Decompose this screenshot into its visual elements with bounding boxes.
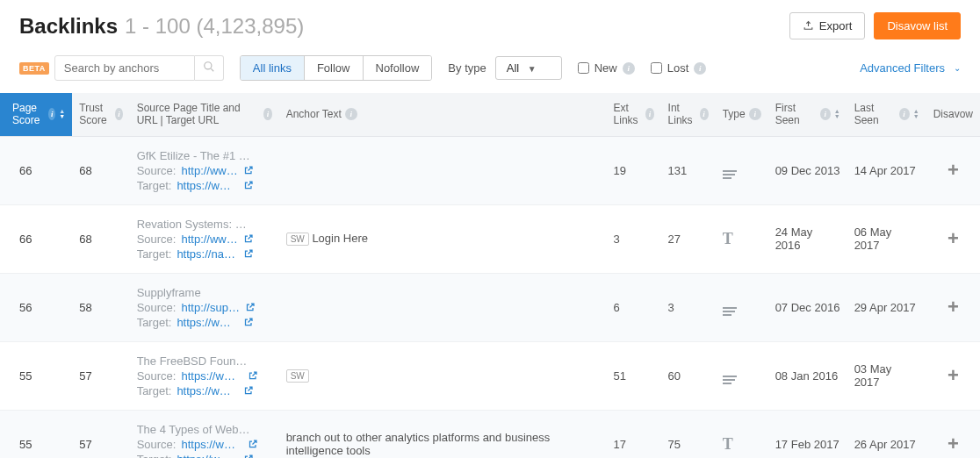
disavow-list-button[interactable]: Disavow list bbox=[874, 12, 961, 39]
advanced-filters-link[interactable]: Advanced Filters ⌄ bbox=[860, 61, 961, 75]
info-icon[interactable]: i bbox=[700, 108, 709, 120]
external-link-icon[interactable] bbox=[243, 165, 254, 175]
target-line: Target: https://ww… bbox=[137, 453, 272, 458]
page-title: Backlinks bbox=[19, 14, 118, 39]
col-page-score[interactable]: Page Score i ▲▼ bbox=[0, 93, 72, 136]
content-lines-icon bbox=[723, 170, 737, 179]
add-to-disavow-button[interactable]: + bbox=[948, 159, 959, 181]
info-icon[interactable]: i bbox=[820, 108, 831, 120]
col-first-seen[interactable]: First Seen i ▲▼ bbox=[768, 93, 847, 136]
source-title: Supplyframe bbox=[137, 286, 251, 299]
col-last-seen[interactable]: Last Seen i ▲▼ bbox=[847, 93, 926, 136]
lost-checkbox[interactable] bbox=[651, 62, 662, 74]
page-score-cell: 66 bbox=[0, 204, 72, 273]
sort-icon[interactable]: ▲▼ bbox=[913, 109, 919, 119]
info-icon[interactable]: i bbox=[345, 108, 357, 120]
info-icon[interactable]: i bbox=[115, 108, 122, 120]
col-source[interactable]: Source Page Title and URL | Target URL i bbox=[130, 93, 279, 136]
external-link-icon[interactable] bbox=[243, 180, 254, 190]
disavow-cell: + bbox=[926, 136, 980, 204]
search-button[interactable] bbox=[195, 55, 224, 81]
external-link-icon[interactable] bbox=[243, 454, 254, 458]
page-score-cell: 56 bbox=[0, 273, 72, 341]
int-links-cell: 3 bbox=[661, 273, 716, 341]
add-to-disavow-button[interactable]: + bbox=[948, 364, 959, 386]
new-checkbox-wrap[interactable]: New i bbox=[578, 61, 635, 75]
sw-badge: SW bbox=[286, 233, 309, 246]
source-title: GfK Etilize - The #1 Su… bbox=[137, 149, 251, 162]
source-line: Source: http://ww… bbox=[137, 164, 272, 177]
external-link-icon[interactable] bbox=[243, 317, 254, 327]
col-int-links[interactable]: Int Links i bbox=[661, 93, 716, 136]
export-label: Export bbox=[819, 19, 853, 32]
source-url-link[interactable]: http://ww… bbox=[181, 164, 237, 177]
chevron-down-icon: ⌄ bbox=[954, 63, 961, 73]
by-type-label: By type bbox=[448, 61, 486, 75]
table-row: 66 68 Revation Systems: We… Source: http… bbox=[0, 204, 980, 273]
content-lines-icon bbox=[723, 376, 737, 384]
advanced-filters-label: Advanced Filters bbox=[860, 61, 945, 75]
anchor-cell: SW bbox=[279, 341, 607, 410]
target-label: Target: bbox=[137, 247, 172, 261]
tab-nofollow[interactable]: Nofollow bbox=[364, 56, 432, 80]
lost-checkbox-wrap[interactable]: Lost i bbox=[651, 61, 707, 75]
col-trust-score[interactable]: Trust Score i bbox=[72, 93, 129, 136]
external-link-icon[interactable] bbox=[243, 385, 254, 396]
source-line: Source: http://ww… bbox=[137, 233, 272, 246]
info-icon[interactable]: i bbox=[899, 108, 910, 120]
ext-links-cell: 3 bbox=[607, 204, 661, 273]
external-link-icon[interactable] bbox=[243, 248, 254, 259]
external-link-icon[interactable] bbox=[243, 233, 254, 244]
page-score-cell: 55 bbox=[0, 341, 72, 410]
info-icon[interactable]: i bbox=[623, 62, 635, 75]
source-label: Source: bbox=[137, 301, 177, 314]
source-url-link[interactable]: https://ww… bbox=[181, 369, 242, 383]
add-to-disavow-button[interactable]: + bbox=[948, 296, 959, 318]
anchor-cell: SW Login Here bbox=[279, 204, 607, 273]
add-to-disavow-button[interactable]: + bbox=[948, 227, 959, 249]
source-label: Source: bbox=[137, 164, 177, 177]
external-link-icon[interactable] bbox=[248, 439, 258, 449]
info-icon[interactable]: i bbox=[749, 108, 761, 120]
col-anchor[interactable]: Anchor Text i bbox=[279, 93, 607, 136]
beta-badge: BETA bbox=[19, 62, 49, 75]
target-url-link[interactable]: https://ww… bbox=[177, 316, 238, 329]
tab-follow[interactable]: Follow bbox=[305, 56, 364, 80]
sort-icon[interactable]: ▲▼ bbox=[834, 109, 840, 119]
source-url-link[interactable]: http://ww… bbox=[181, 233, 237, 246]
ext-links-cell: 51 bbox=[607, 341, 661, 410]
export-button[interactable]: Export bbox=[789, 12, 866, 39]
search-input[interactable] bbox=[54, 55, 195, 81]
info-icon[interactable]: i bbox=[645, 108, 653, 120]
source-url-link[interactable]: http://sup… bbox=[181, 301, 239, 314]
source-cell: The 4 Types of Websit… Source: https://w… bbox=[130, 410, 279, 458]
by-type-select[interactable]: All ▼ bbox=[495, 56, 562, 80]
tab-all-links[interactable]: All links bbox=[241, 56, 305, 80]
first-seen-cell: 08 Jan 2016 bbox=[768, 341, 847, 410]
sort-icon[interactable]: ▲▼ bbox=[59, 109, 65, 119]
add-to-disavow-button[interactable]: + bbox=[948, 433, 959, 454]
type-cell: T bbox=[716, 410, 768, 458]
trust-score-cell: 58 bbox=[72, 273, 129, 341]
new-checkbox[interactable] bbox=[578, 62, 589, 74]
toolbar: BETA All links Follow Nofollow By type A… bbox=[0, 48, 980, 93]
target-url-link[interactable]: https://ww… bbox=[177, 179, 238, 192]
type-cell bbox=[716, 341, 768, 410]
by-type-value: All bbox=[507, 61, 519, 75]
info-icon[interactable]: i bbox=[694, 62, 706, 75]
source-line: Source: https://ww… bbox=[137, 438, 272, 451]
search-wrap: BETA bbox=[19, 55, 224, 81]
int-links-cell: 60 bbox=[661, 341, 716, 410]
source-line: Source: https://ww… bbox=[137, 369, 272, 383]
target-url-link[interactable]: https://ww… bbox=[177, 384, 238, 397]
col-type[interactable]: Type i bbox=[716, 93, 768, 136]
target-url-link[interactable]: https://ww… bbox=[177, 453, 238, 458]
info-icon[interactable]: i bbox=[263, 108, 271, 120]
col-ext-links[interactable]: Ext Links i bbox=[607, 93, 661, 136]
external-link-icon[interactable] bbox=[248, 370, 258, 381]
target-url-link[interactable]: https://na8… bbox=[177, 247, 238, 261]
anchor-cell: branch out to other analytics platforms … bbox=[279, 410, 607, 458]
source-url-link[interactable]: https://ww… bbox=[181, 438, 242, 451]
info-icon[interactable]: i bbox=[48, 108, 55, 120]
external-link-icon[interactable] bbox=[245, 302, 256, 312]
